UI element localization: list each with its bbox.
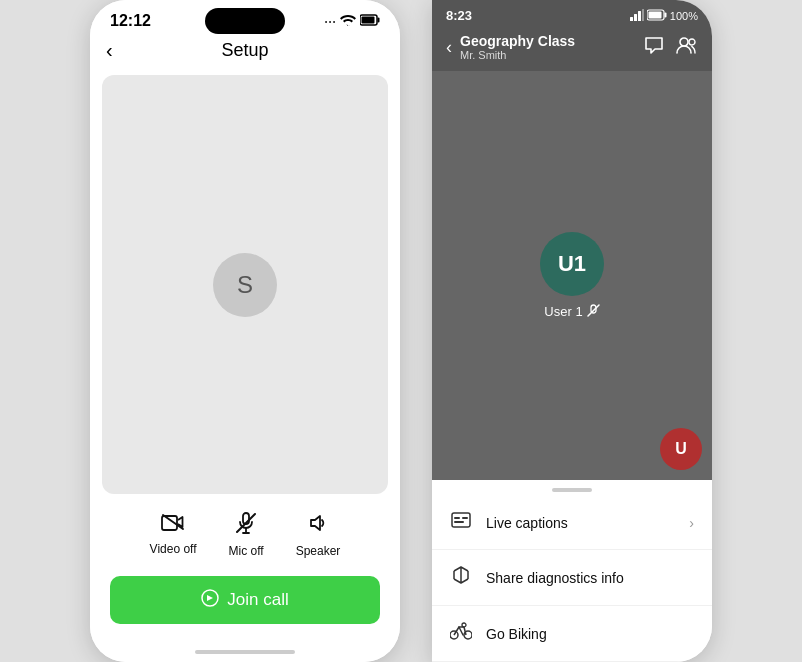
svg-rect-1 (377, 17, 379, 22)
speaker-button[interactable]: Speaker (296, 512, 341, 558)
mic-off-icon (235, 512, 257, 540)
call-header: ‹ Geography Class Mr. Smith (432, 27, 712, 71)
svg-rect-21 (454, 521, 464, 523)
handle-bar (552, 488, 592, 492)
battery-percent: 100% (670, 10, 698, 22)
join-btn-container: Join call (90, 566, 400, 642)
battery-icon (360, 14, 380, 29)
call-area: U1 User 1 U (432, 71, 712, 480)
float-user-button[interactable]: U (660, 428, 702, 470)
mic-off-label: Mic off (229, 544, 264, 558)
speaker-icon (307, 512, 329, 540)
call-info: Geography Class Mr. Smith (460, 33, 636, 61)
video-off-button[interactable]: Video off (150, 512, 197, 556)
status-icons-left: ⋅⋅⋅ (324, 14, 380, 29)
muted-icon (587, 304, 600, 320)
page-title-left: Setup (221, 40, 268, 61)
call-header-icons (644, 36, 698, 59)
bottom-sheet: Live captions › Share diagnostics info (432, 480, 712, 662)
svg-point-25 (462, 623, 466, 627)
right-phone: 8:23 100% ‹ Geography Class Mr. Smith (432, 0, 712, 662)
biking-label: Go Biking (486, 626, 547, 642)
mic-off-button[interactable]: Mic off (229, 512, 264, 558)
status-time-right: 8:23 (446, 8, 472, 23)
status-bar-right: 8:23 100% (432, 0, 712, 27)
svg-rect-14 (648, 11, 661, 18)
sheet-item-biking[interactable]: Go Biking (432, 606, 712, 662)
sheet-item-diagnostics[interactable]: Share diagnostics info (432, 550, 712, 606)
sheet-item-left-biking: Go Biking (450, 622, 547, 645)
svg-rect-22 (462, 517, 468, 519)
nav-bar-left: ‹ Setup (90, 34, 400, 67)
captions-label: Live captions (486, 515, 568, 531)
svg-point-15 (680, 38, 688, 46)
notch (205, 8, 285, 34)
back-button-left[interactable]: ‹ (106, 39, 113, 62)
call-title: Geography Class (460, 33, 636, 49)
video-off-label: Video off (150, 542, 197, 556)
controls-row: Video off Mic off (90, 502, 400, 566)
speaker-label: Speaker (296, 544, 341, 558)
sheet-item-live-captions[interactable]: Live captions › (432, 496, 712, 550)
diagnostics-label: Share diagnostics info (486, 570, 624, 586)
svg-rect-2 (361, 16, 374, 23)
home-bar-left (195, 650, 295, 654)
svg-rect-8 (630, 17, 633, 21)
svg-rect-20 (454, 517, 460, 519)
svg-line-18 (588, 305, 599, 316)
join-call-button[interactable]: Join call (110, 576, 380, 624)
join-call-icon (201, 589, 219, 612)
wifi-icon: ⋅⋅⋅ (324, 14, 336, 29)
user-avatar-left: S (213, 253, 277, 317)
home-indicator-left (90, 642, 400, 662)
chat-icon[interactable] (644, 36, 664, 59)
svg-marker-6 (311, 516, 320, 530)
svg-point-16 (689, 39, 695, 45)
participants-icon[interactable] (676, 36, 698, 59)
biking-icon (450, 622, 472, 645)
sheet-item-left-diagnostics: Share diagnostics info (450, 566, 624, 589)
svg-rect-19 (452, 513, 470, 527)
wifi-signal-icon (340, 14, 356, 29)
user-avatar-right: U1 (540, 232, 604, 296)
sheet-handle (432, 480, 712, 496)
svg-rect-9 (634, 14, 637, 21)
status-icons-right: 100% (630, 9, 698, 23)
status-time-left: 12:12 (110, 12, 151, 30)
captions-chevron: › (689, 515, 694, 531)
call-subtitle: Mr. Smith (460, 49, 636, 61)
svg-rect-13 (664, 12, 666, 17)
join-call-label: Join call (227, 590, 288, 610)
svg-rect-10 (638, 11, 641, 21)
sheet-item-left-captions: Live captions (450, 512, 568, 533)
captions-icon (450, 512, 472, 533)
battery-icon-right (647, 9, 667, 23)
user-label: User 1 (544, 304, 599, 320)
left-phone: 12:12 ⋅⋅⋅ ‹ Setup S (90, 0, 400, 662)
signal-icon (630, 9, 644, 23)
diagnostics-icon (450, 566, 472, 589)
svg-rect-11 (642, 9, 644, 21)
back-button-right[interactable]: ‹ (446, 37, 452, 58)
video-off-icon (161, 512, 185, 538)
video-preview: S (102, 75, 388, 494)
